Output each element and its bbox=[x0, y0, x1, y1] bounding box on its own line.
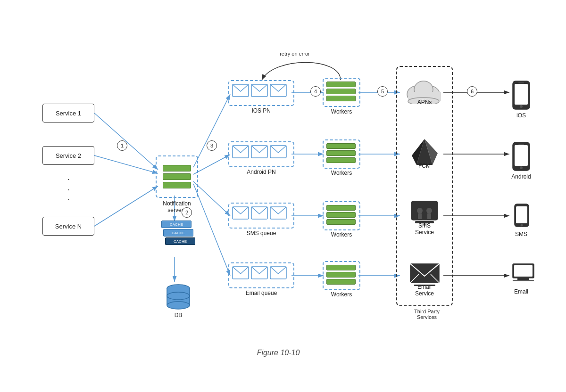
circle-5: 5 bbox=[377, 86, 388, 97]
svg-rect-66 bbox=[515, 145, 528, 166]
apns-icon bbox=[401, 73, 448, 108]
svg-point-25 bbox=[167, 302, 190, 309]
retry-label: retry on error bbox=[257, 51, 333, 57]
svg-rect-49 bbox=[411, 201, 438, 220]
sms-queue-icons bbox=[232, 206, 287, 220]
svg-rect-62 bbox=[515, 84, 528, 105]
email-queue-icons bbox=[232, 266, 287, 279]
svg-rect-59 bbox=[414, 285, 435, 286]
android-label: Android bbox=[507, 173, 535, 180]
diagram: Service 1 Service 2 ··· Service N 1 Noti… bbox=[0, 0, 566, 392]
android-pn-icons bbox=[232, 145, 287, 158]
circle-3: 3 bbox=[207, 140, 217, 151]
email-device-icon bbox=[510, 263, 536, 286]
svg-rect-56 bbox=[410, 264, 439, 283]
svg-point-71 bbox=[521, 224, 523, 227]
workers-android-icon bbox=[326, 143, 356, 163]
sms-queue-label: SMS queue bbox=[228, 230, 294, 237]
svg-rect-51 bbox=[418, 213, 422, 219]
svg-rect-70 bbox=[516, 206, 527, 223]
service-1-label: Service 1 bbox=[56, 110, 81, 117]
circle-6: 6 bbox=[467, 86, 477, 97]
ios-pn-icons bbox=[232, 84, 287, 97]
circle-2: 2 bbox=[182, 207, 192, 218]
workers-android-label: Workers bbox=[323, 170, 360, 176]
ios-pn-label: iOS PN bbox=[228, 107, 294, 114]
workers-sms-icon bbox=[326, 205, 356, 225]
svg-line-3 bbox=[94, 155, 158, 173]
service-n-box: Service N bbox=[42, 217, 94, 236]
workers-ios-icon bbox=[326, 82, 356, 101]
svg-rect-73 bbox=[514, 265, 533, 277]
svg-line-2 bbox=[94, 113, 158, 170]
svg-rect-74 bbox=[517, 278, 529, 280]
email-queue-label: Email queue bbox=[228, 290, 294, 296]
service-2-box: Service 2 bbox=[42, 146, 94, 165]
db-label: DB bbox=[164, 312, 192, 318]
workers-sms-label: Workers bbox=[323, 231, 360, 238]
ios-label: iOS bbox=[507, 112, 535, 119]
fcm-icon bbox=[403, 134, 446, 170]
svg-rect-75 bbox=[513, 280, 534, 281]
sms-service-icon bbox=[403, 196, 446, 231]
db-icon bbox=[164, 283, 192, 313]
svg-line-8 bbox=[193, 155, 230, 174]
svg-rect-53 bbox=[427, 213, 431, 219]
svg-point-52 bbox=[426, 208, 432, 213]
svg-rect-64 bbox=[518, 82, 524, 83]
third-party-services-label: Third PartyServices bbox=[399, 309, 455, 320]
svg-line-4 bbox=[94, 186, 158, 226]
sms-device-icon bbox=[514, 204, 533, 225]
svg-point-45 bbox=[408, 98, 439, 104]
ios-device-icon bbox=[512, 80, 535, 106]
svg-point-63 bbox=[520, 105, 523, 108]
notification-servers-icon bbox=[159, 159, 194, 194]
email-service-icon bbox=[403, 257, 446, 292]
android-pn-label: Android PN bbox=[228, 169, 294, 175]
service-n-label: Service N bbox=[55, 223, 82, 230]
svg-point-67 bbox=[520, 166, 523, 169]
workers-email-icon bbox=[326, 265, 356, 285]
email-label: Email bbox=[507, 288, 535, 295]
svg-point-50 bbox=[417, 208, 423, 213]
svg-rect-68 bbox=[518, 144, 524, 145]
svg-line-9 bbox=[193, 181, 230, 216]
workers-ios-label: Workers bbox=[323, 108, 360, 115]
android-device-icon bbox=[512, 141, 535, 167]
service-1-box: Service 1 bbox=[42, 104, 94, 122]
svg-line-10 bbox=[193, 184, 230, 276]
workers-email-label: Workers bbox=[323, 291, 360, 298]
svg-line-7 bbox=[193, 94, 230, 167]
figure-label: Figure 10-10 bbox=[231, 349, 325, 357]
circle-4: 4 bbox=[310, 86, 321, 97]
sms-label: SMS bbox=[507, 231, 535, 237]
service-2-label: Service 2 bbox=[56, 152, 81, 159]
dots: ··· bbox=[67, 174, 70, 205]
circle-1: 1 bbox=[117, 140, 127, 151]
cache-icon: CACHE CACHE CACHE bbox=[161, 220, 195, 245]
